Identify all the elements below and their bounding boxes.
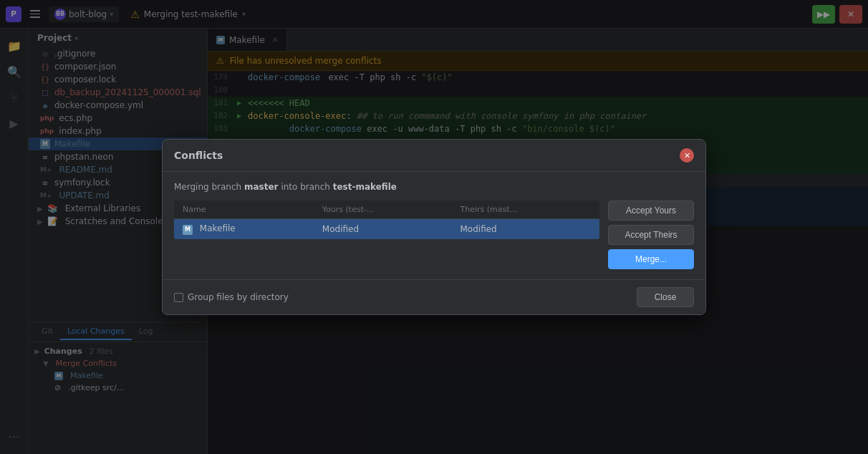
action-buttons: Accept Yours Accept Theirs Merge... (608, 201, 694, 269)
dialog-header: Conflicts ✕ (163, 140, 705, 172)
close-dialog-button[interactable]: Close (637, 287, 694, 307)
dialog-title: Conflicts (174, 150, 223, 161)
merge-button[interactable]: Merge... (608, 249, 694, 269)
col-yours: Yours (test-... (314, 201, 452, 219)
file-row-icon: M (183, 225, 193, 235)
from-branch: master (244, 182, 279, 192)
yours-status-cell: Modified (314, 219, 452, 240)
dialog-content-row: Name Yours (test-... Theirs (mast... M M… (174, 201, 694, 269)
accept-theirs-button[interactable]: Accept Theirs (608, 225, 694, 245)
dialog-body: Merging branch master into branch test-m… (163, 172, 705, 279)
dialog-subtitle: Merging branch master into branch test-m… (174, 182, 694, 192)
conflicts-dialog: Conflicts ✕ Merging branch master into b… (162, 139, 706, 315)
group-by-directory-label: Group files by directory (188, 292, 289, 302)
dialog-footer: Group files by directory Close (163, 279, 705, 314)
checkbox-box (174, 293, 183, 302)
table-body: M Makefile Modified Modified (174, 219, 599, 240)
table-head: Name Yours (test-... Theirs (mast... (174, 201, 599, 219)
into-branch: test-makefile (333, 182, 397, 192)
dialog-close-btn[interactable]: ✕ (680, 148, 694, 163)
dialog-table-area: Name Yours (test-... Theirs (mast... M M… (174, 201, 599, 269)
dialog-overlay: Conflicts ✕ Merging branch master into b… (0, 0, 868, 454)
col-name: Name (174, 201, 314, 219)
col-theirs: Theirs (mast... (451, 201, 599, 219)
file-row-name: Makefile (200, 223, 236, 233)
table-header-row: Name Yours (test-... Theirs (mast... (174, 201, 599, 219)
file-name-cell: M Makefile (174, 219, 314, 240)
table-row[interactable]: M Makefile Modified Modified (174, 219, 599, 240)
conflicts-table: Name Yours (test-... Theirs (mast... M M… (174, 201, 599, 240)
accept-yours-button[interactable]: Accept Yours (608, 201, 694, 221)
theirs-status-cell: Modified (451, 219, 599, 240)
group-by-directory-checkbox[interactable]: Group files by directory (174, 292, 289, 302)
